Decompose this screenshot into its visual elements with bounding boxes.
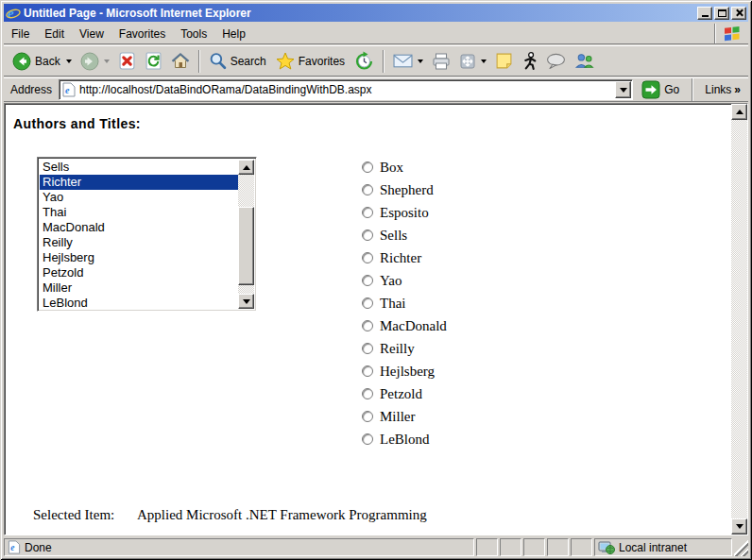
scroll-up-button[interactable]: [238, 160, 254, 175]
radio-button-icon[interactable]: [362, 411, 373, 422]
listbox-item[interactable]: Miller: [40, 280, 238, 296]
stop-button[interactable]: [114, 50, 140, 72]
radio-button-icon[interactable]: [362, 229, 373, 241]
listbox-item[interactable]: Hejlsberg: [40, 250, 238, 265]
print-button[interactable]: [428, 51, 454, 72]
minimize-button[interactable]: [697, 7, 712, 20]
refresh-button[interactable]: [141, 50, 166, 72]
discuss-bubble-icon: [546, 53, 566, 69]
close-button[interactable]: [731, 7, 746, 20]
listbox-item[interactable]: Richter: [40, 175, 238, 190]
dropdown-arrow-icon: [620, 88, 627, 93]
go-button[interactable]: Go: [638, 80, 683, 99]
messenger-button[interactable]: [571, 51, 598, 71]
title-bar[interactable]: e Untitled Page - Microsoft Internet Exp…: [4, 4, 748, 22]
menu-item[interactable]: Edit: [37, 25, 72, 43]
radio-button-icon[interactable]: [362, 207, 373, 218]
back-label: Back: [35, 55, 61, 68]
aim-button[interactable]: [518, 50, 541, 72]
mail-icon: [393, 54, 413, 68]
listbox-rows: SellsRichterYaoThaiMacDonaldReillyHejlsb…: [40, 160, 238, 311]
radio-option-label: Reilly: [380, 341, 415, 357]
favorites-button[interactable]: Favorites: [272, 50, 350, 72]
listbox-item[interactable]: Petzold: [40, 265, 238, 280]
mail-button[interactable]: [389, 52, 427, 70]
home-button[interactable]: [167, 50, 194, 72]
menu-item[interactable]: File: [4, 25, 37, 43]
radio-option[interactable]: Box: [362, 156, 447, 178]
radio-button-icon[interactable]: [362, 343, 373, 354]
radio-button-icon[interactable]: [362, 365, 373, 377]
notes-button[interactable]: [491, 50, 517, 72]
toolbar: Back: [4, 45, 748, 76]
listbox-item[interactable]: Reilly: [40, 235, 238, 250]
radio-option[interactable]: LeBlond: [362, 428, 447, 450]
go-icon: [641, 80, 660, 99]
address-bar: Address e http://localhost/DataBindORama…: [4, 77, 748, 102]
listbox-item[interactable]: Thai: [40, 205, 238, 220]
page-scroll-up-button[interactable]: [731, 104, 747, 120]
radio-option[interactable]: Thai: [362, 292, 447, 314]
search-button[interactable]: Search: [205, 50, 271, 72]
listbox-item[interactable]: Sells: [40, 160, 238, 175]
menu-item[interactable]: Favorites: [111, 25, 173, 43]
svg-text:e: e: [10, 543, 14, 552]
page-scrollbar-track[interactable]: [731, 120, 747, 518]
selected-item-row: Selected Item: Applied Microsoft .NET Fr…: [33, 507, 427, 523]
status-pane-empty: [523, 538, 545, 556]
radio-option-label: Box: [380, 160, 403, 176]
radio-option[interactable]: Petzold: [362, 382, 447, 405]
radio-button-icon[interactable]: [362, 320, 373, 331]
ie-logo-icon: e: [6, 6, 21, 21]
links-button[interactable]: Links »: [702, 83, 743, 96]
address-dropdown-button[interactable]: [615, 81, 631, 98]
page-scroll-down-button[interactable]: [731, 518, 747, 535]
address-url[interactable]: http://localhost/DataBindORama/DataBindi…: [79, 83, 611, 96]
back-button[interactable]: Back: [9, 50, 76, 73]
radio-button-icon[interactable]: [362, 297, 373, 309]
address-label: Address: [9, 83, 54, 96]
discuss-button[interactable]: [542, 51, 570, 71]
scrollbar-thumb[interactable]: [238, 207, 254, 285]
edit-button[interactable]: [455, 51, 490, 72]
radio-option[interactable]: Reilly: [362, 337, 447, 360]
addressbar-separator: [692, 78, 693, 101]
page-scrollbar[interactable]: [731, 104, 747, 535]
history-button[interactable]: [350, 49, 378, 73]
address-combo[interactable]: e http://localhost/DataBindORama/DataBin…: [59, 79, 633, 100]
radio-button-icon[interactable]: [362, 433, 373, 445]
authors-listbox[interactable]: SellsRichterYaoThaiMacDonaldReillyHejlsb…: [37, 157, 257, 312]
radio-option[interactable]: Yao: [362, 269, 447, 292]
links-label: Links: [705, 83, 731, 96]
links-chevron-icon: »: [734, 83, 741, 96]
radio-option[interactable]: Esposito: [362, 201, 447, 224]
menu-item[interactable]: View: [72, 25, 111, 43]
menu-item[interactable]: Tools: [173, 25, 214, 43]
radio-button-icon[interactable]: [362, 252, 373, 263]
radio-option-label: MacDonald: [380, 318, 447, 334]
authors-radio-list: Box Shepherd Esposito Sells Richter Yao …: [362, 156, 447, 450]
radio-option[interactable]: Hejlsberg: [362, 360, 447, 382]
radio-option[interactable]: Sells: [362, 224, 447, 246]
radio-option[interactable]: Shepherd: [362, 178, 447, 201]
radio-button-icon[interactable]: [362, 388, 373, 399]
forward-button[interactable]: [77, 50, 113, 73]
menu-item[interactable]: Help: [214, 25, 253, 43]
radio-option[interactable]: Miller: [362, 405, 447, 428]
listbox-item[interactable]: LeBlond: [40, 296, 238, 311]
status-pane-empty: [571, 538, 592, 556]
listbox-item[interactable]: Yao: [40, 190, 238, 205]
maximize-button[interactable]: [714, 7, 729, 20]
scroll-down-button[interactable]: [238, 294, 254, 309]
radio-option[interactable]: MacDonald: [362, 314, 447, 337]
listbox-scrollbar[interactable]: [238, 160, 254, 309]
radio-button-icon[interactable]: [362, 275, 373, 286]
radio-button-icon[interactable]: [362, 184, 373, 195]
radio-option[interactable]: Richter: [362, 246, 447, 269]
listbox-item[interactable]: MacDonald: [40, 220, 238, 235]
radio-button-icon[interactable]: [362, 161, 373, 173]
resize-grip[interactable]: [734, 538, 748, 556]
radio-option-label: Miller: [380, 409, 416, 425]
toolbar-separator: [383, 50, 385, 73]
radio-option-label: Shepherd: [380, 182, 434, 198]
